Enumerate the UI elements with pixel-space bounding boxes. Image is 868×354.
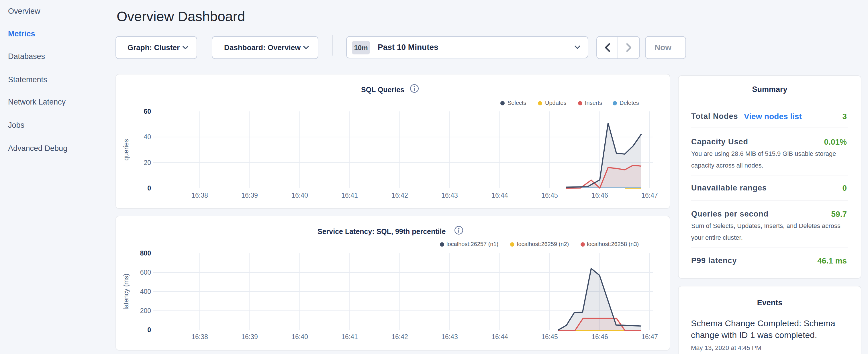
svg-text:16:44: 16:44 — [492, 192, 508, 199]
svg-text:16:43: 16:43 — [441, 192, 458, 199]
svg-text:16:40: 16:40 — [291, 192, 308, 199]
svg-text:16:42: 16:42 — [392, 192, 408, 199]
svg-text:latency (ms): latency (ms) — [122, 273, 130, 309]
svg-text:16:47: 16:47 — [641, 333, 658, 341]
svg-text:20: 20 — [144, 159, 151, 166]
svg-text:600: 600 — [140, 269, 151, 276]
svg-text:16:41: 16:41 — [341, 192, 358, 199]
svg-text:16:40: 16:40 — [291, 333, 308, 341]
svg-text:16:39: 16:39 — [241, 333, 258, 341]
svg-text:200: 200 — [140, 307, 151, 315]
svg-text:0: 0 — [147, 185, 151, 192]
svg-text:40: 40 — [144, 133, 151, 141]
svg-text:16:38: 16:38 — [191, 192, 208, 199]
svg-text:16:43: 16:43 — [441, 333, 458, 341]
svg-text:16:44: 16:44 — [492, 333, 508, 341]
svg-text:800: 800 — [140, 250, 151, 257]
svg-text:queries: queries — [122, 139, 130, 160]
svg-text:16:45: 16:45 — [541, 333, 558, 341]
svg-text:0: 0 — [147, 326, 151, 334]
svg-text:60: 60 — [144, 108, 151, 115]
svg-text:16:39: 16:39 — [241, 192, 258, 199]
svg-text:16:42: 16:42 — [392, 333, 408, 341]
svg-text:16:41: 16:41 — [341, 333, 358, 341]
svg-text:16:46: 16:46 — [591, 192, 608, 199]
svg-text:16:45: 16:45 — [541, 192, 558, 199]
svg-text:16:46: 16:46 — [591, 333, 608, 341]
svg-text:16:47: 16:47 — [641, 192, 658, 199]
svg-text:16:38: 16:38 — [191, 333, 208, 341]
svg-text:400: 400 — [140, 288, 151, 295]
